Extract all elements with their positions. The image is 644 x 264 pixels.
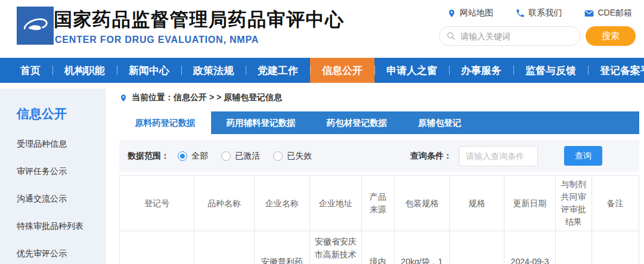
cell-product-source: 境内生产 <box>361 231 394 264</box>
tab-apief-registration[interactable]: 原辅包登记 <box>402 111 477 134</box>
cell-update-date: 2024-09-30 <box>504 231 555 264</box>
radio-activated-label: 已激活 <box>235 151 260 161</box>
search-icon <box>447 32 456 41</box>
radio-option-all[interactable]: 全部 <box>178 151 208 161</box>
nav-item-registration-platform[interactable]: 登记备案平台 <box>588 58 644 83</box>
mailbox-link[interactable]: CDE邮箱 <box>584 8 632 18</box>
breadcrumb-pin-icon <box>119 94 128 103</box>
sitemap-label: 网站地图 <box>460 8 493 18</box>
cell-registration-no: Y20230000321 <box>120 231 194 264</box>
sidebar-item-review-tasks[interactable]: 审评任务公示 <box>17 158 106 185</box>
header-company-address: 企业地址 <box>309 176 361 231</box>
site-header: 国家药品监督管理局药品审评中心 CENTER FOR DRUG EVALUATI… <box>0 0 644 58</box>
nav-item-policies[interactable]: 政策法规 <box>181 58 246 83</box>
tab-api-registration[interactable]: 原料药登记数据 <box>119 111 211 134</box>
nav-item-supervision[interactable]: 监督与反馈 <box>513 58 588 83</box>
query-button[interactable]: 查询 <box>564 146 602 166</box>
cell-company-address: 安徽省安庆市高新技术产业开发区霓虹路58号 <box>309 231 361 264</box>
data-tabs: 原料药登记数据 药用辅料登记数据 药包材登记数据 原辅包登记 <box>119 111 639 134</box>
cell-remarks <box>592 231 639 264</box>
cell-spec <box>450 231 504 264</box>
nav-item-applicant-window[interactable]: 申请人之窗 <box>374 58 449 83</box>
contact-label: 联系我们 <box>528 8 562 18</box>
header-packaging-spec: 包装规格 <box>394 176 449 231</box>
sidebar-item-priority-review[interactable]: 优先审评公示 <box>17 240 106 264</box>
cell-joint-review-result: A <box>555 231 592 264</box>
filter-bar: 数据范围： 全部 已激活 已失效 查询条件： 查询 <box>119 140 639 172</box>
tab-packaging-registration[interactable]: 药包材登记数据 <box>311 111 403 134</box>
cde-logo-swirl-icon <box>20 10 51 41</box>
site-title: 国家药品监督管理局药品审评中心 <box>54 7 345 32</box>
search-box[interactable] <box>439 26 581 46</box>
search-input[interactable] <box>460 32 573 41</box>
radio-expired-icon[interactable] <box>273 151 283 161</box>
table-row: Y20230000321 钆特醇 安徽普利药业有限公司 安徽省安庆市高新技术产业… <box>120 231 639 264</box>
header-right: 网站地图 联系我们 CDE邮箱 <box>439 8 636 46</box>
radio-option-activated[interactable]: 已激活 <box>221 151 260 161</box>
header-spec: 规格 <box>450 176 504 231</box>
main-area: 信息公开 受理品种信息 审评任务公示 沟通交流公示 特殊审批品种列表 优先审评公… <box>0 89 644 264</box>
phone-icon <box>516 9 525 18</box>
sitemap-link[interactable]: 网站地图 <box>447 8 493 18</box>
radio-option-expired[interactable]: 已失效 <box>273 151 312 161</box>
breadcrumb-text: 当前位置：信息公开 > > 原辅包登记信息 <box>132 92 282 103</box>
cell-variety-name: 钆特醇 <box>194 231 254 264</box>
nav-item-services[interactable]: 办事服务 <box>449 58 513 83</box>
location-pin-icon <box>447 9 456 18</box>
registration-table: 登记号 品种名称 企业名称 企业地址 产品来源 包装规格 规格 更新日期 与制剂… <box>119 175 639 264</box>
radio-all-label: 全部 <box>191 151 208 161</box>
nav-item-functions[interactable]: 机构职能 <box>52 58 117 83</box>
table-header-row: 登记号 品种名称 企业名称 企业地址 产品来源 包装规格 规格 更新日期 与制剂… <box>120 176 639 231</box>
cde-logo <box>17 7 54 45</box>
search-area: 搜索 <box>439 26 636 46</box>
header-remarks: 备注 <box>592 176 639 231</box>
sidebar: 信息公开 受理品种信息 审评任务公示 沟通交流公示 特殊审批品种列表 优先审评公… <box>0 89 106 264</box>
mail-icon <box>584 10 594 17</box>
header-company-name: 企业名称 <box>254 176 309 231</box>
header-joint-review-result: 与制剂共同审评审批结果 <box>555 176 592 231</box>
radio-expired-label: 已失效 <box>287 151 312 161</box>
query-condition-input[interactable] <box>459 146 538 166</box>
sidebar-title: 信息公开 <box>17 105 106 122</box>
header-product-source: 产品来源 <box>361 176 394 231</box>
header-update-date: 更新日期 <box>504 176 555 231</box>
nav-item-info-disclosure[interactable]: 信息公开 <box>310 58 374 83</box>
tab-excipient-registration[interactable]: 药用辅料登记数据 <box>211 111 311 134</box>
contact-link[interactable]: 联系我们 <box>516 8 562 18</box>
radio-all-icon[interactable] <box>178 151 187 161</box>
search-button[interactable]: 搜索 <box>586 26 636 46</box>
mailbox-label: CDE邮箱 <box>597 8 632 18</box>
radio-activated-icon[interactable] <box>221 151 231 161</box>
breadcrumb: 当前位置：信息公开 > > 原辅包登记信息 <box>119 89 639 111</box>
header-variety-name: 品种名称 <box>194 176 254 231</box>
nav-item-news[interactable]: 新闻中心 <box>117 58 181 83</box>
cell-packaging-spec: 20kg/袋，1袋/桶 <box>394 231 449 264</box>
scope-label: 数据范围： <box>128 151 169 161</box>
query-condition-label: 查询条件： <box>410 151 452 161</box>
nav-item-party[interactable]: 党建工作 <box>246 58 310 83</box>
sidebar-item-accepted-varieties[interactable]: 受理品种信息 <box>17 131 106 158</box>
top-links: 网站地图 联系我们 CDE邮箱 <box>439 8 636 18</box>
content-area: 当前位置：信息公开 > > 原辅包登记信息 原料药登记数据 药用辅料登记数据 药… <box>119 89 639 264</box>
nav-item-home[interactable]: 首页 <box>8 58 52 83</box>
sidebar-item-communication[interactable]: 沟通交流公示 <box>17 185 106 213</box>
main-nav: 首页 机构职能 新闻中心 政策法规 党建工作 信息公开 申请人之窗 办事服务 监… <box>0 58 644 83</box>
header-registration-no: 登记号 <box>120 176 194 231</box>
sidebar-item-special-approval[interactable]: 特殊审批品种列表 <box>17 213 106 240</box>
scope-radio-group: 全部 已激活 已失效 <box>178 151 312 161</box>
cell-company-name: 安徽普利药业有限公司 <box>254 231 309 264</box>
site-subtitle: CENTER FOR DRUG EVALUATION, NMPA <box>55 35 259 45</box>
